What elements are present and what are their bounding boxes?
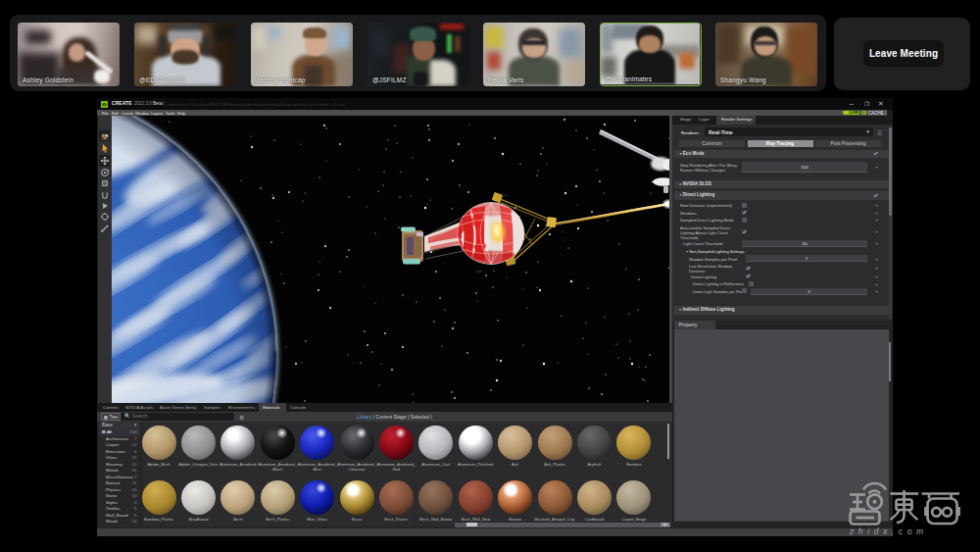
- svg-text:zhidx.com: zhidx.com: [849, 527, 928, 536]
